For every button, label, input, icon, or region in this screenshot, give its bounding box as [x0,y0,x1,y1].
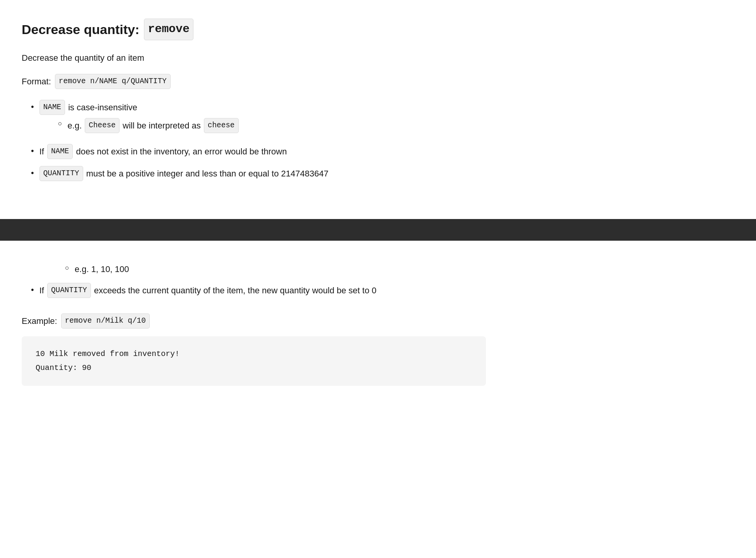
sub-list-item: ○ e.g. 1, 10, 100 [65,262,734,276]
example-code: remove n/Milk q/10 [61,313,150,329]
code-block: 10 Milk removed from inventory! Quantity… [22,336,486,386]
section-divider [0,219,756,241]
interpreted-text: will be interpreted as [123,119,201,132]
top-list: • NAME is case-insensitive ○ e.g. Cheese… [22,100,734,181]
top-section: Decrease quantity: remove Decrease the q… [0,0,756,219]
format-line: Format: remove n/NAME q/QUANTITY [22,74,734,89]
eg-label-1: e.g. [68,119,82,132]
sub-list: ○ e.g. Cheese will be interpreted as che… [39,118,239,133]
bullet-icon: • [31,144,34,157]
example-label: Example: [22,314,57,328]
main-list: • NAME is case-insensitive ○ e.g. Cheese… [31,100,734,181]
bottom-main-list: • If QUANTITY exceeds the current quanti… [31,283,734,298]
eg-numbers-text: e.g. 1, 10, 100 [75,262,129,276]
code-line-2: Quantity: 90 [36,361,472,375]
list-item: • If NAME does not exist in the inventor… [31,144,734,159]
continuation-list: ○ e.g. 1, 10, 100 • If QUANTITY exceeds … [22,262,734,298]
if-text-1: If [39,145,44,158]
cont-sub-list: ○ e.g. 1, 10, 100 [31,262,734,276]
list-item: • NAME is case-insensitive ○ e.g. Cheese… [31,100,734,137]
bottom-section: ○ e.g. 1, 10, 100 • If QUANTITY exceeds … [0,241,756,417]
bullet-icon: • [31,283,34,296]
li-content: If QUANTITY exceeds the current quantity… [39,283,376,298]
quantity-code-1: QUANTITY [39,166,83,181]
sub-bullet-icon: ○ [65,262,69,274]
title-code: remove [144,19,193,40]
li-content: NAME is case-insensitive [39,100,239,115]
sub-li-content: e.g. Cheese will be interpreted as chees… [68,118,239,133]
quantity-code-2: QUANTITY [47,283,91,298]
cheese-code: Cheese [85,118,120,133]
sub-list-item: ○ e.g. Cheese will be interpreted as che… [58,118,239,133]
quantity-exceeds-text: exceeds the current quantity of the item… [94,284,376,297]
list-item: • QUANTITY must be a positive integer an… [31,166,734,181]
format-label: Format: [22,75,51,88]
li-content: QUANTITY must be a positive integer and … [39,166,328,181]
name-error-text: does not exist in the inventory, an erro… [76,145,287,158]
sub-bullet-icon: ○ [58,118,62,129]
format-code: remove n/NAME q/QUANTITY [55,74,171,89]
cheese-lower-code: cheese [204,118,239,133]
name-code-1: NAME [39,100,65,115]
name-case-text: is case-insensitive [68,101,137,114]
bullet-icon: • [31,166,34,180]
list-item: • If QUANTITY exceeds the current quanti… [31,283,734,298]
quantity-constraint-text: must be a positive integer and less than… [86,167,328,180]
code-line-1: 10 Milk removed from inventory! [36,347,472,361]
sub-li-content: e.g. 1, 10, 100 [75,262,129,276]
name-code-2: NAME [47,144,73,159]
bullet-icon: • [31,100,34,113]
description: Decrease the quantity of an item [22,51,734,65]
page-title: Decrease quantity: remove [22,19,734,40]
if-text-2: If [39,284,44,297]
li-content: If NAME does not exist in the inventory,… [39,144,287,159]
title-text: Decrease quantity: [22,19,139,40]
example-line: Example: remove n/Milk q/10 [22,313,734,329]
